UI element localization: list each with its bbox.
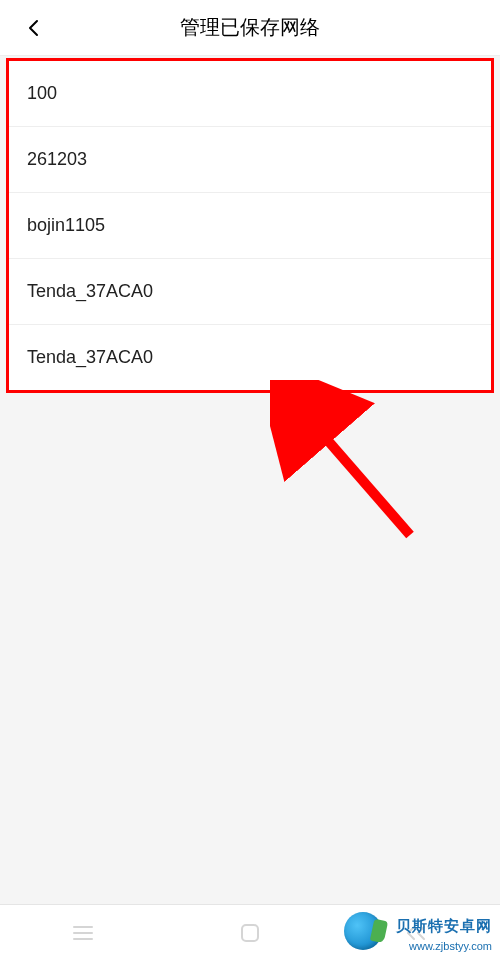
network-item[interactable]: 261203 [9, 127, 491, 193]
network-name: Tenda_37ACA0 [27, 281, 153, 301]
empty-background [0, 405, 500, 904]
svg-rect-5 [242, 925, 258, 941]
navigation-bar [0, 904, 500, 960]
network-item[interactable]: bojin1105 [9, 193, 491, 259]
network-name: Tenda_37ACA0 [27, 347, 153, 367]
network-item[interactable]: Tenda_37ACA0 [9, 259, 491, 325]
network-name: bojin1105 [27, 215, 105, 235]
nav-home-button[interactable] [210, 913, 290, 953]
network-name: 261203 [27, 149, 87, 169]
page-title: 管理已保存网络 [0, 14, 500, 41]
nav-recents-button[interactable] [43, 913, 123, 953]
header-bar: 管理已保存网络 [0, 0, 500, 56]
network-item[interactable]: Tenda_37ACA0 [9, 325, 491, 390]
network-name: 100 [27, 83, 57, 103]
network-item[interactable]: 100 [9, 61, 491, 127]
nav-back-button[interactable] [377, 913, 457, 953]
back-icon[interactable] [20, 14, 48, 42]
saved-networks-list: 100 261203 bojin1105 Tenda_37ACA0 Tenda_… [6, 58, 494, 393]
